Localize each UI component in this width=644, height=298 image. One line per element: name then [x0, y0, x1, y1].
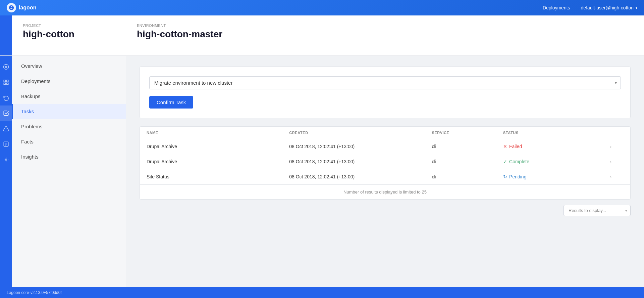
- results-select-wrapper: Results to display... 25 50 100 ▾: [564, 205, 631, 216]
- task-dropdown[interactable]: Migrate environment to new cluster Drupa…: [149, 76, 621, 89]
- col-header-status: STATUS: [503, 131, 610, 135]
- nav-item-facts[interactable]: Facts: [12, 134, 126, 149]
- results-display-row: Results to display... 25 50 100 ▾: [140, 205, 631, 216]
- project-label: PROJECT: [23, 24, 115, 28]
- environment-section: ENVIRONMENT high-cotton-master: [126, 15, 233, 55]
- svg-point-0: [4, 65, 9, 70]
- nav-item-tasks[interactable]: Tasks: [12, 104, 126, 119]
- task-card: Migrate environment to new cluster Drupa…: [140, 67, 631, 118]
- results-display-select[interactable]: Results to display... 25 50 100: [564, 205, 631, 216]
- failed-icon: ✕: [503, 144, 507, 149]
- sidebar-item-facts-icon[interactable]: [0, 136, 12, 152]
- nav-item-overview[interactable]: Overview: [12, 58, 126, 74]
- top-nav: lagoon Deployments default-user@high-cot…: [0, 0, 644, 15]
- user-chevron-icon: ▾: [636, 6, 637, 10]
- col-header-created: CREATED: [289, 131, 432, 135]
- col-header-action: [610, 131, 624, 135]
- col-header-name: NAME: [147, 131, 289, 135]
- deployments-link[interactable]: Deployments: [543, 5, 570, 10]
- confirm-task-button[interactable]: Confirm Task: [149, 96, 193, 109]
- nav-items: Overview Deployments Backups Tasks Probl…: [12, 56, 126, 164]
- row-1-status: ✕ Failed: [503, 144, 610, 149]
- row-1-service: cli: [432, 144, 503, 149]
- nav-item-insights[interactable]: Insights: [12, 149, 126, 164]
- task-select-wrapper: Migrate environment to new cluster Drupa…: [149, 76, 621, 89]
- row-2-created: 08 Oct 2018, 12:02:41 (+13:00): [289, 159, 432, 164]
- row-1-created: 08 Oct 2018, 12:02:41 (+13:00): [289, 144, 432, 149]
- user-menu[interactable]: default-user@high-cotton ▾: [581, 5, 637, 10]
- nav-sidebar: Overview Deployments Backups Tasks Probl…: [12, 56, 126, 287]
- row-1-name: Drupal Archive: [147, 144, 289, 149]
- logo[interactable]: lagoon: [7, 3, 36, 12]
- top-nav-right: Deployments default-user@high-cotton ▾: [543, 5, 637, 10]
- sidebar-item-deployments-icon[interactable]: [0, 75, 12, 90]
- svg-rect-5: [7, 83, 8, 85]
- task-dropdown-row: Migrate environment to new cluster Drupa…: [149, 76, 621, 89]
- row-3-service: cli: [432, 174, 503, 179]
- sidebar-item-tasks-icon[interactable]: [0, 105, 12, 121]
- row-3-name: Site Status: [147, 174, 289, 179]
- sidebar-item-overview-icon[interactable]: [0, 59, 12, 75]
- nav-item-backups[interactable]: Backups: [12, 89, 126, 104]
- pending-icon: ↻: [503, 174, 507, 179]
- svg-rect-3: [7, 80, 8, 82]
- complete-icon: ✓: [503, 159, 507, 164]
- sidebar-item-insights-icon[interactable]: [0, 152, 12, 167]
- environment-label: ENVIRONMENT: [137, 24, 222, 28]
- row-3-chevron: ›: [610, 174, 624, 179]
- chevron-right-icon: ›: [610, 144, 611, 149]
- table-row[interactable]: Site Status 08 Oct 2018, 12:02:41 (+13:0…: [140, 169, 630, 184]
- sidebar-item-problems-icon[interactable]: [0, 121, 12, 136]
- user-label: default-user@high-cotton: [581, 5, 634, 10]
- table-footer: Number of results displayed is limited t…: [140, 184, 630, 199]
- chevron-right-icon: ›: [610, 174, 611, 179]
- bottom-bar: Lagoon core-v2.13.0+57f0dd0f: [0, 287, 644, 298]
- chevron-right-icon: ›: [610, 159, 611, 164]
- results-table: NAME CREATED SERVICE STATUS Drupal Archi…: [140, 126, 631, 200]
- row-2-chevron: ›: [610, 159, 624, 164]
- row-3-status: ↻ Pending: [503, 174, 610, 179]
- version-text: Lagoon core-v2.13.0+57f0dd0f: [7, 290, 62, 295]
- row-2-service: cli: [432, 159, 503, 164]
- project-name: high-cotton: [23, 29, 115, 40]
- svg-rect-2: [4, 80, 5, 82]
- row-3-created: 08 Oct 2018, 12:02:41 (+13:00): [289, 174, 432, 179]
- row-2-name: Drupal Archive: [147, 159, 289, 164]
- icon-sidebar: [0, 56, 12, 287]
- row-1-chevron: ›: [610, 144, 624, 149]
- svg-point-12: [5, 159, 7, 161]
- col-header-service: SERVICE: [432, 131, 503, 135]
- table-footer-note: Number of results displayed is limited t…: [343, 189, 427, 195]
- table-header: NAME CREATED SERVICE STATUS: [140, 127, 630, 139]
- svg-rect-4: [4, 83, 5, 85]
- logo-icon: [7, 3, 16, 12]
- table-row[interactable]: Drupal Archive 08 Oct 2018, 12:02:41 (+1…: [140, 154, 630, 169]
- table-row[interactable]: Drupal Archive 08 Oct 2018, 12:02:41 (+1…: [140, 139, 630, 154]
- project-env-header: PROJECT high-cotton ENVIRONMENT high-cot…: [0, 15, 644, 56]
- svg-point-1: [5, 66, 7, 68]
- logo-text: lagoon: [19, 5, 36, 11]
- main-content: Migrate environment to new cluster Drupa…: [126, 56, 644, 287]
- nav-item-deployments[interactable]: Deployments: [12, 74, 126, 89]
- environment-name: high-cotton-master: [137, 29, 222, 40]
- nav-item-problems[interactable]: Problems: [12, 119, 126, 134]
- sidebar-item-backups-icon[interactable]: [0, 90, 12, 105]
- row-2-status: ✓ Complete: [503, 159, 610, 164]
- project-section: PROJECT high-cotton: [12, 15, 126, 55]
